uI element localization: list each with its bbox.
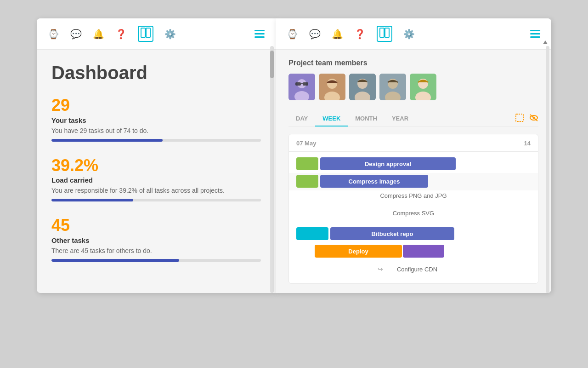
gantt-bar-area-6: Deploy	[296, 245, 531, 259]
gantt-bar-area-5: Bitbucket repo	[296, 227, 531, 241]
left-scrollbar-thumb	[270, 51, 274, 78]
stat-other-tasks: 45 Other tasks There are 45 tasks for ot…	[51, 216, 261, 262]
watch-icon[interactable]: ⌚	[48, 29, 59, 40]
gantt-bar-design-approval[interactable]: Design approval	[320, 157, 456, 170]
page-title: Dashboard	[51, 63, 261, 83]
stat-desc-other: There are 45 tasks for others to do.	[51, 247, 261, 254]
gantt-row-design-approval: Design approval	[289, 155, 538, 173]
right-hamburger-button[interactable]	[530, 30, 540, 38]
expand-icon[interactable]	[515, 114, 524, 124]
progress-bar-load	[51, 199, 261, 201]
gantt-bar-compress-images[interactable]: Compress images	[320, 175, 428, 188]
time-tabs: DAY WEEK MONTH YEAR	[288, 111, 538, 126]
gantt-bar-area-1: Design approval	[296, 157, 531, 171]
left-panel: ⌚ 💬 🔔 ❓ ⚙️ Dashboard 29 Your tasks Y	[37, 18, 276, 293]
right-watch-icon[interactable]: ⌚	[287, 29, 298, 40]
gantt-label-configure-cdn: Configure CDN	[385, 266, 449, 273]
gantt-row-deploy: Deploy	[289, 243, 538, 260]
gantt-label-compress-png: Compress PNG and JPG	[296, 192, 531, 199]
gantt-bar-deploy-purple	[403, 245, 444, 258]
gantt-bar-teal-bitbucket	[296, 227, 328, 240]
layout-icon[interactable]	[138, 26, 153, 42]
gantt-bar-green-design	[296, 157, 318, 170]
gantt-row-compress-png: Compress PNG and JPG	[289, 190, 538, 208]
avatar-member-5[interactable]	[410, 74, 436, 100]
gantt-label-bitbucket: Bitbucket repo	[371, 230, 413, 237]
right-chat-icon[interactable]: 💬	[309, 29, 321, 40]
gantt-label-compress-images: Compress images	[349, 178, 400, 185]
help-icon[interactable]: ❓	[115, 29, 127, 40]
gantt-bar-deploy-orange[interactable]: Deploy	[315, 245, 402, 258]
stat-load-carried: 39.2% Load carried You are responsible f…	[51, 156, 261, 202]
svg-rect-8	[303, 82, 308, 86]
tab-year[interactable]: YEAR	[384, 111, 416, 126]
right-panel: ⌚ 💬 🔔 ❓ ⚙️ Project team members	[276, 18, 551, 293]
stat-number-tasks: 29	[51, 96, 261, 115]
scroll-arrow-up	[543, 40, 548, 44]
right-scrollbar[interactable]	[546, 46, 549, 293]
gantt-label-deploy: Deploy	[348, 248, 368, 255]
stat-desc-tasks: You have 29 tasks out of 74 to do.	[51, 127, 261, 134]
progress-bar-other	[51, 259, 261, 262]
gantt-row-compress-images: Compress images	[289, 173, 538, 190]
left-scrollbar[interactable]	[270, 46, 274, 293]
svg-rect-2	[380, 28, 384, 37]
gantt-bar-green-compress	[296, 175, 318, 188]
svg-rect-22	[516, 114, 523, 121]
tab-week[interactable]: WEEK	[315, 111, 348, 126]
stat-label-load: Load carried	[51, 176, 261, 184]
gantt-arrow-icon: ↪	[378, 265, 383, 273]
svg-rect-3	[385, 28, 389, 37]
avatar-member-3[interactable]	[349, 74, 376, 100]
gantt-toolbar-icons	[515, 114, 538, 124]
gantt-chart: 07 May 14 Design approval	[288, 134, 538, 284]
gantt-bar-area-7: ↪ Configure CDN	[296, 262, 531, 276]
tab-month[interactable]: MONTH	[348, 111, 384, 126]
avatar-member-4[interactable]	[379, 74, 406, 100]
svg-point-11	[327, 79, 337, 89]
stat-desc-load: You are responsible for 39.2% of all tas…	[51, 187, 261, 194]
svg-rect-1	[146, 28, 150, 37]
gear-icon[interactable]: ⚙️	[164, 29, 176, 40]
gantt-label-compress-svg: Compress SVG	[296, 210, 531, 217]
section-title: Project team members	[288, 59, 538, 67]
gantt-bar-area-3: Compress PNG and JPG	[296, 192, 531, 206]
svg-rect-7	[295, 82, 301, 86]
stat-number-load: 39.2%	[51, 156, 261, 175]
right-layout-icon[interactable]	[377, 26, 392, 42]
gantt-date-left: 07 May	[296, 140, 316, 147]
avatar-member-1[interactable]	[288, 74, 315, 100]
gantt-row-compress-svg: Compress SVG	[289, 208, 538, 225]
progress-bar-tasks	[51, 139, 261, 142]
stat-your-tasks: 29 Your tasks You have 29 tasks out of 7…	[51, 96, 261, 142]
stat-number-other: 45	[51, 216, 261, 235]
team-members-row	[288, 74, 538, 100]
gantt-date-right: 14	[524, 140, 531, 147]
stat-label-other: Other tasks	[51, 236, 261, 244]
gantt-bar-bitbucket[interactable]: Bitbucket repo	[330, 227, 454, 240]
avatar-member-2[interactable]	[319, 74, 345, 100]
right-toolbar: ⌚ 💬 🔔 ❓ ⚙️	[276, 18, 551, 50]
left-toolbar: ⌚ 💬 🔔 ❓ ⚙️	[37, 18, 276, 50]
hamburger-button[interactable]	[254, 30, 265, 38]
left-content: Dashboard 29 Your tasks You have 29 task…	[37, 50, 276, 289]
right-bell-icon[interactable]: 🔔	[332, 29, 343, 40]
right-content: Project team members	[276, 50, 551, 293]
gantt-bar-area-4: Compress SVG	[296, 210, 531, 224]
progress-fill-tasks	[51, 139, 163, 142]
hide-icon[interactable]	[529, 114, 538, 124]
gantt-header: 07 May 14	[289, 140, 538, 147]
svg-rect-0	[141, 28, 145, 37]
gantt-divider	[289, 151, 538, 152]
chat-icon[interactable]: 💬	[70, 29, 82, 40]
tab-day[interactable]: DAY	[288, 111, 315, 126]
gantt-label-design-approval: Design approval	[365, 161, 411, 167]
right-help-icon[interactable]: ❓	[354, 29, 366, 40]
stat-label-tasks: Your tasks	[51, 116, 261, 124]
right-gear-icon[interactable]: ⚙️	[403, 29, 415, 40]
gantt-bar-area-2: Compress images	[296, 175, 531, 189]
gantt-row-bitbucket: Bitbucket repo	[289, 225, 538, 243]
bell-icon[interactable]: 🔔	[93, 29, 104, 40]
progress-fill-load	[51, 199, 133, 201]
progress-fill-other	[51, 259, 179, 262]
